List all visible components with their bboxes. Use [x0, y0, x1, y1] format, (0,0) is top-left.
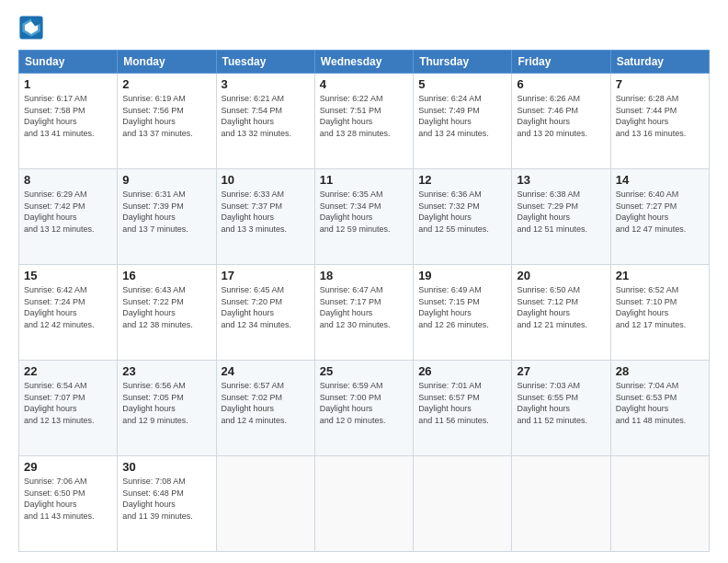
header-wednesday: Wednesday: [314, 51, 413, 74]
day-cell: 25 Sunrise: 6:59 AM Sunset: 7:00 PM Dayl…: [314, 361, 413, 456]
day-cell: 11 Sunrise: 6:35 AM Sunset: 7:34 PM Dayl…: [314, 169, 413, 265]
logo-icon: [18, 15, 44, 40]
day-number: 3: [222, 77, 310, 91]
day-cell: [512, 456, 610, 552]
day-number: 28: [616, 364, 704, 378]
day-cell: 10 Sunrise: 6:33 AM Sunset: 7:37 PM Dayl…: [216, 169, 314, 265]
day-cell: 14 Sunrise: 6:40 AM Sunset: 7:27 PM Dayl…: [610, 169, 709, 265]
day-cell: 5 Sunrise: 6:24 AM Sunset: 7:49 PM Dayli…: [414, 74, 512, 169]
day-number: 8: [24, 173, 112, 187]
day-info: Sunrise: 6:29 AM Sunset: 7:42 PM Dayligh…: [24, 189, 112, 235]
day-number: 16: [122, 269, 210, 282]
day-info: Sunrise: 6:54 AM Sunset: 7:07 PM Dayligh…: [24, 380, 112, 426]
day-cell: 20 Sunrise: 6:50 AM Sunset: 7:12 PM Dayl…: [512, 265, 610, 361]
day-number: 24: [222, 364, 310, 378]
day-cell: 13 Sunrise: 6:38 AM Sunset: 7:29 PM Dayl…: [512, 169, 610, 265]
day-info: Sunrise: 6:35 AM Sunset: 7:34 PM Dayligh…: [320, 189, 408, 235]
day-info: Sunrise: 6:31 AM Sunset: 7:39 PM Dayligh…: [122, 189, 210, 235]
day-number: 26: [418, 364, 506, 378]
week-row-4: 22 Sunrise: 6:54 AM Sunset: 7:07 PM Dayl…: [19, 361, 710, 456]
day-number: 10: [222, 173, 310, 187]
day-cell: 21 Sunrise: 6:52 AM Sunset: 7:10 PM Dayl…: [610, 265, 709, 361]
day-cell: [216, 456, 314, 552]
day-cell: 3 Sunrise: 6:21 AM Sunset: 7:54 PM Dayli…: [216, 74, 314, 169]
day-info: Sunrise: 6:17 AM Sunset: 7:58 PM Dayligh…: [24, 93, 112, 139]
day-number: 23: [122, 364, 210, 378]
day-info: Sunrise: 6:21 AM Sunset: 7:54 PM Dayligh…: [222, 93, 310, 139]
day-info: Sunrise: 6:19 AM Sunset: 7:56 PM Dayligh…: [122, 93, 210, 139]
day-cell: 15 Sunrise: 6:42 AM Sunset: 7:24 PM Dayl…: [19, 265, 118, 361]
day-cell: 2 Sunrise: 6:19 AM Sunset: 7:56 PM Dayli…: [118, 74, 216, 169]
week-row-2: 8 Sunrise: 6:29 AM Sunset: 7:42 PM Dayli…: [19, 169, 710, 265]
day-number: 20: [517, 269, 605, 282]
day-cell: [414, 456, 512, 552]
day-cell: 22 Sunrise: 6:54 AM Sunset: 7:07 PM Dayl…: [19, 361, 118, 456]
day-info: Sunrise: 7:06 AM Sunset: 6:50 PM Dayligh…: [24, 476, 112, 522]
day-info: Sunrise: 6:36 AM Sunset: 7:32 PM Dayligh…: [418, 189, 506, 235]
day-cell: 19 Sunrise: 6:49 AM Sunset: 7:15 PM Dayl…: [414, 265, 512, 361]
day-cell: 4 Sunrise: 6:22 AM Sunset: 7:51 PM Dayli…: [314, 74, 413, 169]
day-info: Sunrise: 7:01 AM Sunset: 6:57 PM Dayligh…: [418, 380, 506, 426]
day-number: 14: [616, 173, 704, 187]
day-info: Sunrise: 6:40 AM Sunset: 7:27 PM Dayligh…: [616, 189, 704, 235]
header-sunday: Sunday: [19, 51, 118, 74]
day-cell: 29 Sunrise: 7:06 AM Sunset: 6:50 PM Dayl…: [19, 456, 118, 552]
day-number: 21: [616, 269, 704, 282]
day-cell: 16 Sunrise: 6:43 AM Sunset: 7:22 PM Dayl…: [118, 265, 216, 361]
day-number: 12: [418, 173, 506, 187]
day-info: Sunrise: 6:45 AM Sunset: 7:20 PM Dayligh…: [222, 284, 310, 330]
day-info: Sunrise: 6:38 AM Sunset: 7:29 PM Dayligh…: [517, 189, 605, 235]
day-cell: [610, 456, 709, 552]
day-info: Sunrise: 6:47 AM Sunset: 7:17 PM Dayligh…: [320, 284, 408, 330]
day-info: Sunrise: 6:42 AM Sunset: 7:24 PM Dayligh…: [24, 284, 112, 330]
day-info: Sunrise: 6:49 AM Sunset: 7:15 PM Dayligh…: [418, 284, 506, 330]
week-row-5: 29 Sunrise: 7:06 AM Sunset: 6:50 PM Dayl…: [19, 456, 710, 552]
day-number: 4: [320, 77, 408, 91]
week-row-1: 1 Sunrise: 6:17 AM Sunset: 7:58 PM Dayli…: [19, 74, 710, 169]
day-number: 1: [24, 77, 112, 91]
day-info: Sunrise: 7:08 AM Sunset: 6:48 PM Dayligh…: [122, 476, 210, 522]
day-number: 9: [122, 173, 210, 187]
calendar-header-row: SundayMondayTuesdayWednesdayThursdayFrid…: [19, 51, 710, 74]
day-number: 18: [320, 269, 408, 282]
day-cell: 26 Sunrise: 7:01 AM Sunset: 6:57 PM Dayl…: [414, 361, 512, 456]
day-info: Sunrise: 6:56 AM Sunset: 7:05 PM Dayligh…: [122, 380, 210, 426]
logo: [18, 15, 48, 40]
header-tuesday: Tuesday: [216, 51, 314, 74]
day-info: Sunrise: 6:33 AM Sunset: 7:37 PM Dayligh…: [222, 189, 310, 235]
day-info: Sunrise: 6:24 AM Sunset: 7:49 PM Dayligh…: [418, 93, 506, 139]
day-number: 5: [418, 77, 506, 91]
day-number: 11: [320, 173, 408, 187]
day-info: Sunrise: 6:50 AM Sunset: 7:12 PM Dayligh…: [517, 284, 605, 330]
day-info: Sunrise: 7:04 AM Sunset: 6:53 PM Dayligh…: [616, 380, 704, 426]
day-cell: 23 Sunrise: 6:56 AM Sunset: 7:05 PM Dayl…: [118, 361, 216, 456]
day-cell: 30 Sunrise: 7:08 AM Sunset: 6:48 PM Dayl…: [118, 456, 216, 552]
day-number: 7: [616, 77, 704, 91]
calendar-table: SundayMondayTuesdayWednesdayThursdayFrid…: [18, 50, 710, 552]
header-thursday: Thursday: [414, 51, 512, 74]
day-info: Sunrise: 7:03 AM Sunset: 6:55 PM Dayligh…: [517, 380, 605, 426]
day-cell: 18 Sunrise: 6:47 AM Sunset: 7:17 PM Dayl…: [314, 265, 413, 361]
week-row-3: 15 Sunrise: 6:42 AM Sunset: 7:24 PM Dayl…: [19, 265, 710, 361]
day-cell: 6 Sunrise: 6:26 AM Sunset: 7:46 PM Dayli…: [512, 74, 610, 169]
day-cell: 27 Sunrise: 7:03 AM Sunset: 6:55 PM Dayl…: [512, 361, 610, 456]
day-number: 27: [517, 364, 605, 378]
day-info: Sunrise: 6:22 AM Sunset: 7:51 PM Dayligh…: [320, 93, 408, 139]
header-monday: Monday: [118, 51, 216, 74]
day-number: 25: [320, 364, 408, 378]
day-number: 2: [122, 77, 210, 91]
day-cell: 17 Sunrise: 6:45 AM Sunset: 7:20 PM Dayl…: [216, 265, 314, 361]
day-number: 17: [222, 269, 310, 282]
day-info: Sunrise: 6:26 AM Sunset: 7:46 PM Dayligh…: [517, 93, 605, 139]
day-number: 6: [517, 77, 605, 91]
day-number: 15: [24, 269, 112, 282]
day-number: 19: [418, 269, 506, 282]
day-cell: 8 Sunrise: 6:29 AM Sunset: 7:42 PM Dayli…: [19, 169, 118, 265]
day-info: Sunrise: 6:52 AM Sunset: 7:10 PM Dayligh…: [616, 284, 704, 330]
day-cell: 7 Sunrise: 6:28 AM Sunset: 7:44 PM Dayli…: [610, 74, 709, 169]
day-cell: 28 Sunrise: 7:04 AM Sunset: 6:53 PM Dayl…: [610, 361, 709, 456]
day-cell: 9 Sunrise: 6:31 AM Sunset: 7:39 PM Dayli…: [118, 169, 216, 265]
day-cell: 12 Sunrise: 6:36 AM Sunset: 7:32 PM Dayl…: [414, 169, 512, 265]
day-info: Sunrise: 6:28 AM Sunset: 7:44 PM Dayligh…: [616, 93, 704, 139]
day-cell: 1 Sunrise: 6:17 AM Sunset: 7:58 PM Dayli…: [19, 74, 118, 169]
